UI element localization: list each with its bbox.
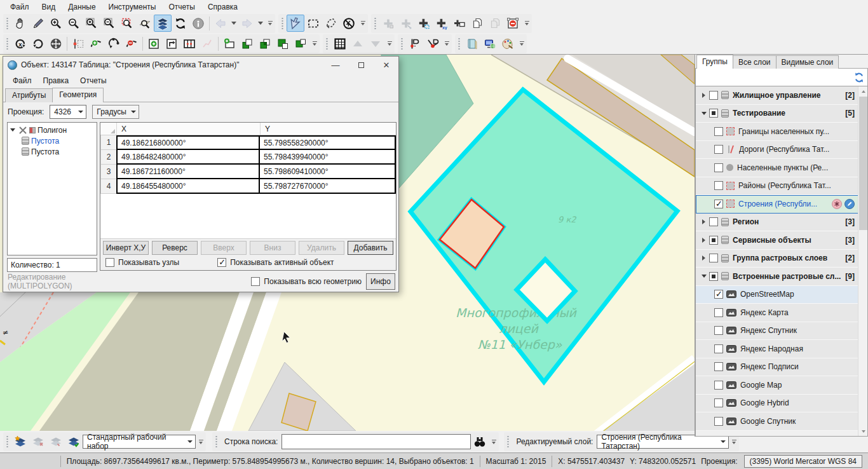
layer-group-row[interactable]: Регион [3] bbox=[696, 214, 867, 232]
layer-row[interactable]: Районы (Республика Тат... bbox=[696, 177, 867, 196]
toolbar-overflow-icon[interactable] bbox=[443, 36, 451, 52]
back-menu-icon[interactable] bbox=[229, 15, 238, 32]
show-active-object-checkbox[interactable] bbox=[217, 258, 226, 267]
dialog-menu-edit[interactable]: Правка bbox=[37, 74, 75, 87]
symmetric-difference-icon[interactable] bbox=[292, 35, 309, 52]
layer-checkbox[interactable] bbox=[714, 308, 723, 317]
layer-row[interactable]: Дороги (Республика Тат... bbox=[696, 141, 867, 160]
toolbar-drag-handle[interactable] bbox=[506, 435, 510, 449]
table-row[interactable]: 2 49.186482480000° 55.798439940000° bbox=[100, 150, 396, 165]
split-columns-icon[interactable] bbox=[180, 35, 198, 52]
layer-checkbox[interactable] bbox=[714, 127, 723, 136]
menu-data[interactable]: Данные bbox=[62, 1, 102, 13]
toolbar-overflow-icon[interactable] bbox=[266, 15, 274, 32]
scroll-up-icon[interactable] bbox=[858, 86, 868, 96]
layer-group-row[interactable]: Жилищное управление [2] bbox=[696, 86, 867, 105]
cell-x[interactable]: 49.186216800000° bbox=[116, 135, 260, 150]
layer-checkbox[interactable] bbox=[714, 181, 723, 190]
toolbar-drag-handle[interactable] bbox=[281, 17, 284, 31]
toolbar-drag-handle[interactable] bbox=[6, 37, 9, 51]
layer-group-row[interactable]: Сервисные объекты [3] bbox=[696, 231, 867, 250]
split-by-point-icon[interactable] bbox=[424, 35, 442, 52]
split-by-line-icon[interactable] bbox=[406, 35, 424, 52]
toolbar-drag-handle[interactable] bbox=[325, 37, 329, 51]
toolbar-overflow-icon[interactable] bbox=[490, 433, 498, 450]
layer-group-row[interactable]: Группа растровых слоев [2] bbox=[696, 250, 867, 268]
table-row[interactable]: 4 49.186455480000° 55.798727670000° bbox=[100, 179, 396, 194]
layer-checkbox[interactable] bbox=[709, 254, 718, 262]
cell-y[interactable]: 55.798609410000° bbox=[260, 165, 396, 179]
expander-icon[interactable] bbox=[700, 238, 708, 243]
tab-geometry[interactable]: Геометрия bbox=[52, 88, 104, 102]
expander-icon[interactable] bbox=[700, 255, 708, 261]
scrollbar-thumb[interactable] bbox=[859, 97, 867, 230]
tree-node-polygon[interactable]: Полигон bbox=[9, 125, 95, 135]
select-rectangle-icon[interactable] bbox=[304, 15, 322, 32]
attributes-table-icon[interactable] bbox=[331, 35, 349, 52]
layer-checkbox[interactable] bbox=[714, 381, 723, 390]
layer-group-row[interactable]: Встроенные растровые сл... [9] bbox=[696, 268, 867, 286]
layers-filter-input[interactable] bbox=[696, 69, 867, 86]
show-all-geometry-checkbox[interactable] bbox=[251, 277, 260, 286]
add-object-by-line-icon[interactable] bbox=[397, 15, 415, 32]
toolbar-drag-handle[interactable] bbox=[215, 435, 218, 449]
delete-object-icon[interactable] bbox=[504, 15, 522, 32]
toolbar-drag-handle[interactable] bbox=[400, 37, 403, 51]
layer-checkbox[interactable] bbox=[714, 344, 723, 353]
layer-row[interactable]: Google Спутник bbox=[696, 412, 867, 431]
menu-tools[interactable]: Инструменты bbox=[102, 1, 163, 13]
layer-checkbox[interactable] bbox=[714, 290, 723, 299]
layer-row[interactable]: Яндекс Подписи bbox=[696, 358, 867, 377]
workset-plain-icon[interactable] bbox=[47, 433, 65, 451]
show-nodes-checkbox[interactable] bbox=[105, 258, 114, 267]
toolbar-drag-handle[interactable] bbox=[6, 17, 9, 31]
forward-menu-icon[interactable] bbox=[256, 15, 265, 32]
layer-checkbox[interactable] bbox=[714, 145, 723, 154]
cell-y[interactable]: 55.798439940000° bbox=[260, 150, 396, 165]
toolbar-overflow-icon[interactable] bbox=[359, 15, 367, 32]
info-button[interactable]: Инфо bbox=[366, 273, 395, 290]
layer-row[interactable]: Яндекс Народная bbox=[696, 340, 867, 358]
cell-y[interactable]: 55.798727670000° bbox=[260, 179, 396, 194]
layers-refresh-icon[interactable] bbox=[852, 71, 865, 84]
layer-checkbox[interactable] bbox=[714, 200, 723, 208]
projection-select[interactable]: 4326 bbox=[50, 105, 86, 119]
zoom-to-visible-icon[interactable] bbox=[136, 15, 154, 32]
layer-checkbox[interactable] bbox=[709, 272, 718, 281]
intersect-icon[interactable] bbox=[256, 35, 274, 52]
copy-icon[interactable] bbox=[468, 15, 486, 32]
layer-checkbox[interactable] bbox=[714, 398, 723, 407]
add-button[interactable]: Добавить bbox=[348, 241, 393, 255]
zoom-out-icon[interactable] bbox=[65, 15, 83, 32]
rotate-x-icon[interactable]: x bbox=[11, 35, 29, 52]
expander-icon[interactable] bbox=[700, 93, 708, 98]
expander-icon[interactable] bbox=[700, 275, 708, 278]
select-none-icon[interactable] bbox=[340, 15, 358, 32]
cell-x[interactable]: 49.186455480000° bbox=[116, 179, 260, 194]
maximize-icon[interactable] bbox=[350, 57, 372, 72]
tree-node-void[interactable]: Пустота bbox=[9, 135, 95, 146]
journal-icon[interactable] bbox=[463, 35, 481, 52]
freeze-layer-icon[interactable] bbox=[832, 199, 842, 209]
frame-move-icon[interactable] bbox=[163, 35, 180, 52]
forward-icon[interactable] bbox=[238, 15, 256, 32]
toolbar-overflow-icon[interactable] bbox=[311, 36, 318, 52]
tab-visible-layers[interactable]: Видимые слои bbox=[776, 55, 839, 69]
expander-icon[interactable] bbox=[700, 219, 708, 224]
refresh-icon[interactable] bbox=[172, 15, 189, 32]
layer-group-row[interactable]: Тестирование [5] bbox=[696, 105, 867, 123]
layer-checkbox[interactable] bbox=[709, 236, 718, 245]
dialog-menu-file[interactable]: Файл bbox=[7, 74, 37, 87]
select-icon[interactable] bbox=[287, 15, 304, 32]
zoom-in-icon[interactable] bbox=[47, 15, 65, 32]
toolbar-drag-handle[interactable] bbox=[374, 17, 377, 31]
table-corner[interactable] bbox=[100, 123, 117, 135]
layer-row[interactable]: OpenStreetMap bbox=[696, 286, 867, 304]
next-icon[interactable] bbox=[367, 35, 384, 52]
dialog-titlebar[interactable]: Объект: 143147 Таблица: "Строения (Респу… bbox=[3, 57, 398, 73]
status-projection-value[interactable]: (3395) World Mercator WGS 84 bbox=[744, 455, 863, 468]
layer-row[interactable]: Яндекс Карта bbox=[696, 304, 867, 322]
layer-row-selected[interactable]: Строения (Республи... bbox=[696, 195, 867, 214]
layer-checkbox[interactable] bbox=[714, 362, 723, 371]
workset-add-icon[interactable] bbox=[11, 433, 29, 451]
